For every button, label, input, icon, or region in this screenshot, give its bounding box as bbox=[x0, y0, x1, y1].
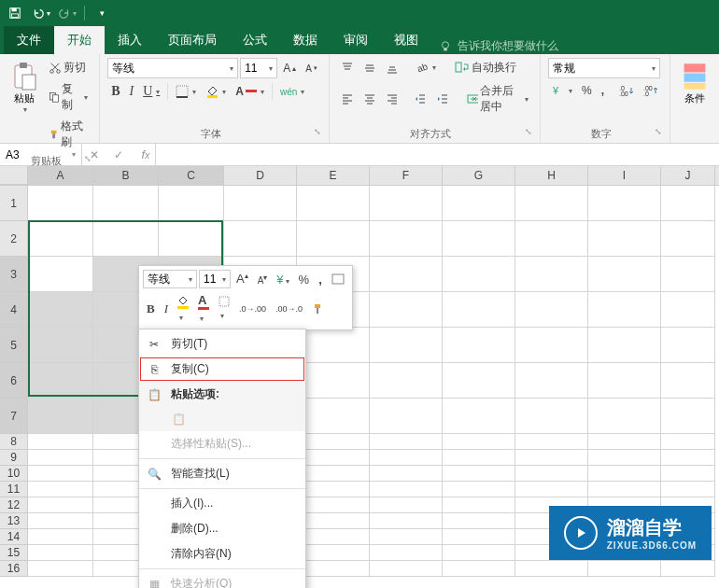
cell-E14[interactable] bbox=[297, 529, 370, 545]
cell-A3[interactable] bbox=[28, 257, 93, 292]
cell-A6[interactable] bbox=[28, 363, 93, 399]
cell-I6[interactable] bbox=[588, 363, 661, 399]
cut-button[interactable]: 剪切 bbox=[45, 58, 92, 77]
col-header-A[interactable]: A bbox=[28, 166, 93, 185]
col-header-E[interactable]: E bbox=[297, 166, 370, 185]
cell-G14[interactable] bbox=[443, 529, 515, 545]
cell-A5[interactable] bbox=[28, 328, 93, 363]
cell-H4[interactable] bbox=[515, 292, 588, 328]
cell-C1[interactable] bbox=[159, 186, 224, 221]
tab-file[interactable]: 文件 bbox=[4, 26, 54, 54]
cell-J1[interactable] bbox=[661, 186, 715, 221]
comma-button[interactable]: , bbox=[598, 82, 608, 99]
cell-G4[interactable] bbox=[443, 292, 515, 328]
cell-E16[interactable] bbox=[297, 561, 370, 577]
cell-A11[interactable] bbox=[28, 482, 93, 497]
cell-H6[interactable] bbox=[515, 363, 588, 399]
align-left-button[interactable] bbox=[337, 91, 358, 107]
mini-fill-color[interactable]: ▾ bbox=[174, 293, 192, 325]
cell-E8[interactable] bbox=[297, 434, 370, 450]
cell-H5[interactable] bbox=[515, 328, 588, 363]
cell-I9[interactable] bbox=[588, 450, 661, 466]
cell-A7[interactable] bbox=[28, 399, 93, 434]
cell-H10[interactable] bbox=[515, 466, 588, 482]
cell-E13[interactable] bbox=[297, 513, 370, 529]
cell-J5[interactable] bbox=[661, 328, 715, 363]
cell-G15[interactable] bbox=[443, 545, 515, 561]
align-right-button[interactable] bbox=[382, 91, 402, 107]
clipboard-launcher[interactable]: ⤡ bbox=[84, 154, 92, 163]
save-button[interactable] bbox=[4, 2, 26, 24]
cell-E11[interactable] bbox=[297, 482, 370, 497]
confirm-edit-button[interactable]: ✓ bbox=[106, 144, 131, 166]
cell-J6[interactable] bbox=[661, 363, 715, 399]
redo-button[interactable]: ▾ bbox=[56, 2, 78, 24]
cell-E15[interactable] bbox=[297, 545, 370, 561]
orientation-button[interactable]: ab▾ bbox=[412, 60, 440, 77]
select-all-corner[interactable] bbox=[0, 166, 28, 185]
increase-font-button[interactable]: A▴ bbox=[279, 60, 300, 77]
row-header-16[interactable]: 16 bbox=[0, 561, 28, 577]
row-header-9[interactable]: 9 bbox=[0, 450, 28, 466]
mini-comma[interactable]: , bbox=[315, 271, 326, 288]
cell-F7[interactable] bbox=[370, 399, 443, 434]
cell-G1[interactable] bbox=[443, 186, 515, 221]
cell-F12[interactable] bbox=[370, 497, 443, 513]
cell-I3[interactable] bbox=[588, 257, 661, 292]
increase-decimal-button[interactable]: .0.00 bbox=[615, 82, 638, 99]
cell-D2[interactable] bbox=[224, 221, 297, 257]
cell-E6[interactable] bbox=[297, 363, 370, 399]
col-header-C[interactable]: C bbox=[159, 166, 224, 185]
tell-me-search[interactable]: 告诉我你想要做什么 bbox=[439, 38, 558, 54]
mini-bold[interactable]: B bbox=[143, 300, 159, 318]
cell-G10[interactable] bbox=[443, 466, 515, 482]
cell-F16[interactable] bbox=[370, 561, 443, 577]
cell-F8[interactable] bbox=[370, 434, 443, 450]
cell-A2[interactable] bbox=[28, 221, 93, 257]
cell-A10[interactable] bbox=[28, 466, 93, 482]
align-center-button[interactable] bbox=[360, 91, 380, 107]
col-header-I[interactable]: I bbox=[588, 166, 661, 185]
cell-I11[interactable] bbox=[588, 482, 661, 497]
tab-home[interactable]: 开始 bbox=[54, 26, 105, 54]
decrease-indent-button[interactable] bbox=[410, 91, 430, 107]
row-header-13[interactable]: 13 bbox=[0, 513, 28, 529]
cell-F14[interactable] bbox=[370, 529, 443, 545]
cell-G8[interactable] bbox=[443, 434, 515, 450]
phonetic-button[interactable]: wén▾ bbox=[276, 85, 308, 99]
cell-J3[interactable] bbox=[661, 257, 715, 292]
cell-G12[interactable] bbox=[443, 497, 515, 513]
cell-I7[interactable] bbox=[588, 399, 661, 434]
alignment-launcher[interactable]: ⤡ bbox=[525, 127, 532, 136]
cell-F5[interactable] bbox=[370, 328, 443, 363]
cell-F15[interactable] bbox=[370, 545, 443, 561]
cell-D1[interactable] bbox=[224, 186, 297, 221]
ctx-cut[interactable]: ✂剪切(T) bbox=[139, 331, 305, 357]
tab-data[interactable]: 数据 bbox=[280, 26, 331, 54]
cell-E12[interactable] bbox=[297, 497, 370, 513]
ctx-insert[interactable]: 插入(I)... bbox=[139, 491, 305, 516]
tab-layout[interactable]: 页面布局 bbox=[155, 26, 230, 54]
cell-E9[interactable] bbox=[297, 450, 370, 466]
number-format-combo[interactable]: 常规▾ bbox=[548, 58, 660, 78]
ctx-smart-lookup[interactable]: 🔍智能查找(L) bbox=[139, 461, 305, 486]
cell-J8[interactable] bbox=[661, 434, 715, 450]
cell-H11[interactable] bbox=[515, 482, 588, 497]
accounting-format-button[interactable]: ¥▾ bbox=[548, 82, 576, 99]
cell-I8[interactable] bbox=[588, 434, 661, 450]
row-header-15[interactable]: 15 bbox=[0, 545, 28, 561]
row-header-6[interactable]: 6 bbox=[0, 363, 28, 399]
cell-J2[interactable] bbox=[661, 221, 715, 257]
cell-H1[interactable] bbox=[515, 186, 588, 221]
mini-font-combo[interactable]: 等线▾ bbox=[143, 270, 197, 288]
cell-B1[interactable] bbox=[93, 186, 159, 221]
cell-J11[interactable] bbox=[661, 482, 715, 497]
mini-merge[interactable] bbox=[328, 272, 348, 287]
row-header-5[interactable]: 5 bbox=[0, 328, 28, 363]
mini-border[interactable]: ▾ bbox=[215, 294, 233, 323]
cell-A1[interactable] bbox=[28, 186, 93, 221]
cell-G7[interactable] bbox=[443, 399, 515, 434]
mini-font-color[interactable]: A▾ bbox=[194, 291, 213, 326]
cell-A8[interactable] bbox=[28, 434, 93, 450]
mini-inc-decimal[interactable]: .0→.00 bbox=[235, 302, 270, 315]
